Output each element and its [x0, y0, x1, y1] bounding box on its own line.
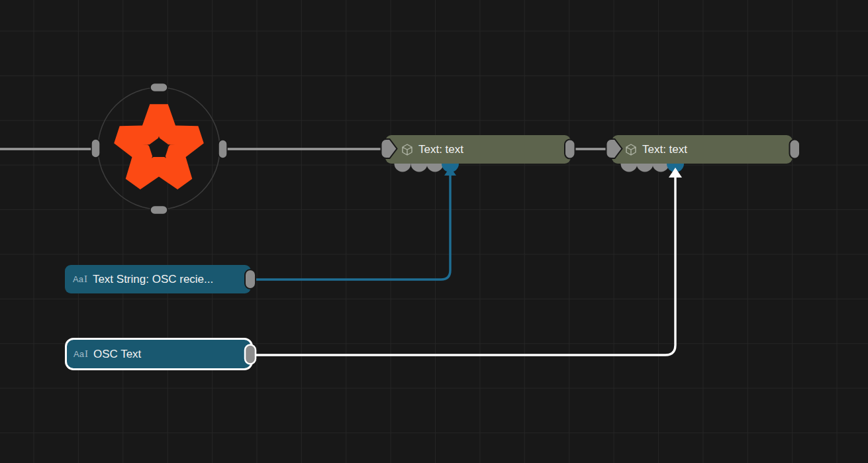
wires-layer — [0, 0, 868, 463]
hub-port-right[interactable] — [218, 140, 227, 158]
cables-logo-node[interactable] — [91, 83, 227, 215]
wire-textstring-to-text1[interactable] — [256, 170, 450, 280]
op-node-text-2[interactable]: Text: text — [612, 135, 793, 164]
node-label: Text: text — [418, 143, 463, 156]
op-node-osctext-selected[interactable]: AaI OSC Text — [65, 338, 253, 370]
op-node-text-1[interactable]: Text: text — [385, 135, 571, 164]
node-label: Text String: OSC recie... — [93, 273, 213, 286]
node-label: OSC Text — [93, 348, 141, 361]
text-cursor-icon: AaI — [73, 274, 87, 285]
hub-port-bottom[interactable] — [150, 206, 168, 215]
hub-port-top[interactable] — [150, 83, 168, 92]
cables-logo-star-icon — [120, 107, 198, 181]
node-label: Text: text — [642, 143, 687, 156]
cube-icon — [401, 144, 413, 156]
text-cursor-icon: AaI — [73, 348, 88, 360]
op-node-textstring[interactable]: AaI Text String: OSC recie... — [65, 265, 251, 293]
patch-canvas[interactable]: Text: text Text: text AaI Text String: O… — [0, 0, 868, 463]
cube-icon — [625, 144, 637, 156]
hub-port-left[interactable] — [91, 139, 100, 158]
wire-osctext-to-text2[interactable] — [256, 175, 675, 355]
